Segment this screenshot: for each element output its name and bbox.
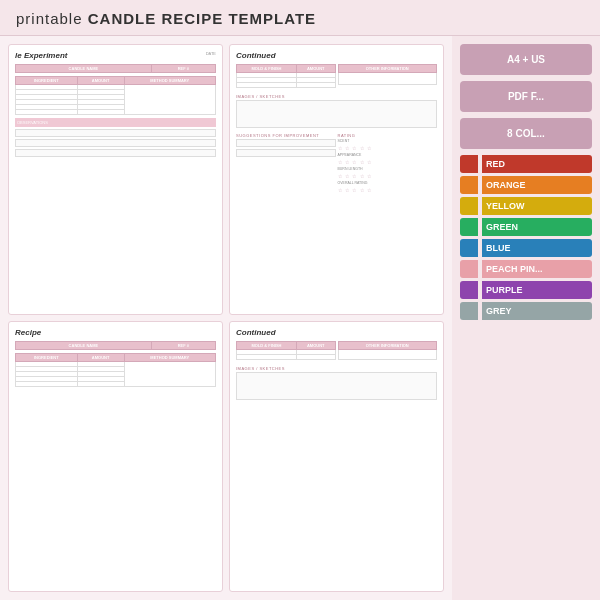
color-item-green: GREEN bbox=[460, 218, 592, 236]
card1-observations-box3 bbox=[15, 149, 216, 157]
card2-scent-stars-display: ☆ ☆ ☆ ☆ ☆ bbox=[338, 145, 373, 151]
color-item-peach-pink: PEACH PIN... bbox=[460, 260, 592, 278]
color-label-yellow: YELLOW bbox=[482, 197, 592, 215]
card2-bottom-section: SUGGESTIONS FOR IMPROVEMENT RATING SCENT… bbox=[236, 130, 437, 195]
badge-format: PDF F... bbox=[460, 81, 592, 112]
card2-burn-label: BURN LENGTH bbox=[338, 167, 438, 171]
color-item-blue: BLUE bbox=[460, 239, 592, 257]
main-content: le Experiment DATE CANDLE NAME REF # ING… bbox=[0, 36, 600, 600]
template-card-experiment: le Experiment DATE CANDLE NAME REF # ING… bbox=[8, 44, 223, 315]
card2-mold-section: MOLD & FINISH AMOUNT bbox=[236, 64, 336, 91]
card2-burn-stars: ☆ ☆ ☆ ☆ ☆ bbox=[338, 173, 438, 179]
card1-candle-name: CANDLE NAME bbox=[16, 65, 152, 73]
card2-suggestions-col: SUGGESTIONS FOR IMPROVEMENT bbox=[236, 130, 336, 195]
color-label-red: RED bbox=[482, 155, 592, 173]
card2-burn-row: BURN LENGTH bbox=[338, 167, 438, 171]
badge-size: A4 + US bbox=[460, 44, 592, 75]
card2-mold-col: MOLD & FINISH bbox=[237, 65, 297, 73]
card2-scent-stars: ☆ ☆ ☆ ☆ ☆ bbox=[338, 145, 438, 151]
card2-rating-label: RATING bbox=[338, 133, 438, 138]
card2-images-box bbox=[236, 100, 437, 128]
card4-mold-col: MOLD & FINISH bbox=[237, 342, 297, 350]
card1-observations-box bbox=[15, 129, 216, 137]
card4-title: Continued bbox=[236, 328, 437, 337]
color-swatch-purple bbox=[460, 281, 478, 299]
card2-appearance-stars: ☆ ☆ ☆ ☆ ☆ bbox=[338, 159, 438, 165]
color-swatch-blue bbox=[460, 239, 478, 257]
card3-ingredients-table: INGREDIENT AMOUNT METHOD SUMMARY bbox=[15, 353, 216, 387]
card2-suggestions-box2 bbox=[236, 149, 336, 157]
color-swatch-orange bbox=[460, 176, 478, 194]
card2-mold-table: MOLD & FINISH AMOUNT bbox=[236, 64, 336, 88]
template-card-continued1: Continued MOLD & FINISH AMOUNT bbox=[229, 44, 444, 315]
color-item-grey: GREY bbox=[460, 302, 592, 320]
card3-ref: REF # bbox=[151, 342, 215, 350]
card2-overall-stars: ☆ ☆ ☆ ☆ ☆ bbox=[338, 187, 438, 193]
color-label-orange: ORANGE bbox=[482, 176, 592, 194]
card4-mold-table: MOLD & FINISH AMOUNT bbox=[236, 341, 336, 360]
card1-ingredients-table: INGREDIENT AMOUNT METHOD SUMMARY bbox=[15, 76, 216, 115]
info-panel: A4 + US PDF F... 8 COL... REDORANGEYELLO… bbox=[452, 36, 600, 600]
color-item-orange: ORANGE bbox=[460, 176, 592, 194]
card2-appearance-row: APPEARANCE bbox=[338, 153, 438, 157]
card2-rating-col: RATING SCENT ☆ ☆ ☆ ☆ ☆ APPEARANCE ☆ ☆ ☆ … bbox=[338, 130, 438, 195]
card3-ingredient-col: INGREDIENT bbox=[16, 354, 78, 362]
color-label-blue: BLUE bbox=[482, 239, 592, 257]
card4-other-col: OTHER INFORMATION bbox=[338, 342, 437, 350]
card2-amount-col: AMOUNT bbox=[296, 65, 335, 73]
card2-images-label: IMAGES / SKETCHES bbox=[236, 94, 437, 99]
header-prefix: printable bbox=[16, 10, 88, 27]
color-item-purple: PURPLE bbox=[460, 281, 592, 299]
card2-title: Continued bbox=[236, 51, 437, 60]
card4-images-box bbox=[236, 372, 437, 400]
card2-overall-stars-display: ☆ ☆ ☆ ☆ ☆ bbox=[338, 187, 373, 193]
card1-table-header: CANDLE NAME REF # bbox=[15, 64, 216, 73]
card2-overall-row: OVERALL RATING bbox=[338, 181, 438, 185]
card1-ref: REF # bbox=[151, 65, 215, 73]
color-item-red: RED bbox=[460, 155, 592, 173]
card2-other-section: OTHER INFORMATION bbox=[338, 64, 438, 91]
color-label-purple: PURPLE bbox=[482, 281, 592, 299]
card2-scent-label: SCENT bbox=[338, 139, 438, 143]
card4-other-section: OTHER INFORMATION bbox=[338, 341, 438, 363]
card2-appearance-label: APPEARANCE bbox=[338, 153, 438, 157]
color-list: REDORANGEYELLOWGREENBLUEPEACH PIN...PURP… bbox=[460, 155, 592, 320]
card4-images-label: IMAGES / SKETCHES bbox=[236, 366, 437, 371]
color-label-grey: GREY bbox=[482, 302, 592, 320]
card2-other-col: OTHER INFORMATION bbox=[338, 65, 437, 73]
card1-title: le Experiment bbox=[15, 51, 216, 60]
card1-ingredient-col: INGREDIENT bbox=[16, 77, 78, 85]
card2-top-section: MOLD & FINISH AMOUNT OTHER INFORMATION bbox=[236, 64, 437, 91]
templates-panel: le Experiment DATE CANDLE NAME REF # ING… bbox=[0, 36, 452, 600]
card4-other-table: OTHER INFORMATION bbox=[338, 341, 438, 360]
card4-mold-section: MOLD & FINISH AMOUNT bbox=[236, 341, 336, 363]
card2-other-table: OTHER INFORMATION bbox=[338, 64, 438, 85]
color-label-green: GREEN bbox=[482, 218, 592, 236]
card2-overall-label: OVERALL RATING bbox=[338, 181, 438, 185]
color-swatch-red bbox=[460, 155, 478, 173]
color-swatch-peach-pink bbox=[460, 260, 478, 278]
card1-date: DATE bbox=[206, 51, 216, 56]
card2-suggestions-box bbox=[236, 139, 336, 147]
card3-amount-col: AMOUNT bbox=[77, 354, 124, 362]
template-card-continued2: Continued MOLD & FINISH AMOUNT bbox=[229, 321, 444, 592]
card1-observations-box2 bbox=[15, 139, 216, 147]
color-swatch-grey bbox=[460, 302, 478, 320]
card1-observations-label: OBSERVATIONS bbox=[15, 118, 216, 127]
color-item-yellow: YELLOW bbox=[460, 197, 592, 215]
page-header: printable CANDLE RECIPE TEMPLATE bbox=[0, 0, 600, 36]
color-swatch-green bbox=[460, 218, 478, 236]
card4-amount-col: AMOUNT bbox=[296, 342, 335, 350]
header-title: CANDLE RECIPE TEMPLATE bbox=[88, 10, 316, 27]
template-card-recipe: Recipe CANDLE NAME REF # INGREDIENT AMOU… bbox=[8, 321, 223, 592]
card4-top-section: MOLD & FINISH AMOUNT OTHER INFORMATION bbox=[236, 341, 437, 363]
color-label-peach-pink: PEACH PIN... bbox=[482, 260, 592, 278]
card1-amount-col: AMOUNT bbox=[77, 77, 124, 85]
color-swatch-yellow bbox=[460, 197, 478, 215]
card2-suggestions-label: SUGGESTIONS FOR IMPROVEMENT bbox=[236, 133, 336, 138]
card3-table-header: CANDLE NAME REF # bbox=[15, 341, 216, 350]
card3-candle-name: CANDLE NAME bbox=[16, 342, 152, 350]
card2-appearance-stars-display: ☆ ☆ ☆ ☆ ☆ bbox=[338, 159, 373, 165]
card1-method-col: METHOD SUMMARY bbox=[124, 77, 215, 85]
card3-method-col: METHOD SUMMARY bbox=[124, 354, 215, 362]
